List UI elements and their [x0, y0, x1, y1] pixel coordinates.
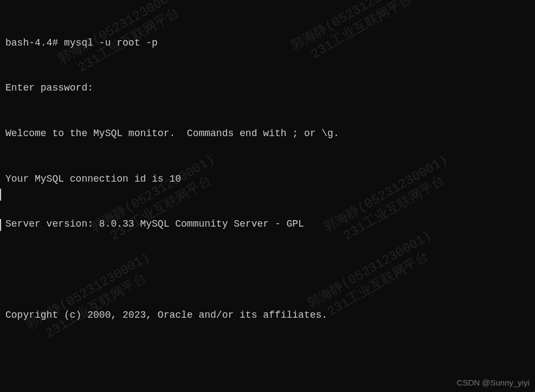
terminal-line: Enter password: — [5, 81, 530, 96]
terminal-line — [5, 262, 530, 278]
terminal-line: Your MySQL connection id is 10 — [5, 172, 530, 187]
csdn-attribution: CSDN @Sunny_yiyi — [457, 376, 530, 389]
terminal-line: Copyright (c) 2000, 2023, Oracle and/or … — [5, 308, 530, 323]
terminal-output[interactable]: bash-4.4# mysql -u root -p Enter passwor… — [5, 5, 530, 392]
text-cursor-indicator — [0, 219, 1, 231]
text-cursor-indicator — [0, 189, 1, 201]
terminal-line: Welcome to the MySQL monitor. Commands e… — [5, 126, 530, 142]
terminal-line: bash-4.4# mysql -u root -p — [5, 36, 530, 51]
terminal-line: Server version: 8.0.33 MySQL Community S… — [5, 217, 530, 232]
terminal-line — [5, 353, 530, 368]
